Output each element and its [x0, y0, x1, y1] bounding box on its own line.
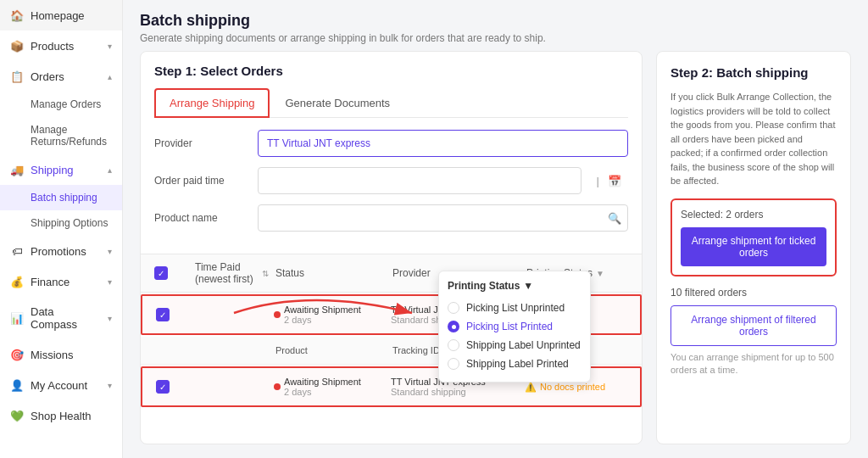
status-text: Awaiting Shipment [284, 304, 361, 315]
status-days-2: 2 days [284, 387, 361, 397]
filtered-note: You can arrange shipment for up to 500 o… [670, 351, 837, 377]
radio-checked [448, 321, 459, 332]
sidebar-item-label: Homepage [31, 9, 85, 22]
sidebar-sub-label: Manage Orders [31, 98, 101, 110]
step1-header: Step 1: Select Orders [141, 52, 642, 88]
select-all-checkbox[interactable]: ✓ [154, 266, 168, 280]
step2-panel: Step 2: Batch shipping If you click Bulk… [656, 51, 851, 444]
warning-icon: ⚠️ [525, 382, 537, 393]
sidebar-item-orders[interactable]: 📋 Orders ▴ [0, 61, 122, 92]
product-name-label: Product name [154, 212, 248, 224]
sidebar-item-label: Missions [31, 349, 74, 361]
printing-status-dropdown: Printing Status ▼ Picking List Unprinted… [438, 271, 591, 383]
tab-arrange-shipping[interactable]: Arrange Shipping [154, 88, 270, 118]
sidebar-item-manage-returns[interactable]: Manage Returns/Refunds [0, 117, 122, 154]
heart-icon: 💚 [10, 409, 24, 422]
tab-label: Arrange Shipping [170, 97, 254, 109]
main-content: Batch shipping Generate shipping documen… [123, 0, 868, 458]
date-start-input[interactable] [258, 167, 581, 194]
dropdown-option-picking-printed[interactable]: Picking List Printed [448, 317, 581, 336]
option-label-3: Shipping Label Printed [466, 358, 569, 370]
status-dot-red [274, 311, 281, 318]
option-label-2: Shipping Label Unprinted [466, 339, 581, 351]
order-time-label: Order paid time [154, 175, 248, 187]
sidebar-item-manage-orders[interactable]: Manage Orders [0, 92, 122, 117]
dropdown-title-text: Printing Status [448, 280, 520, 292]
sidebar-item-label: Shipping [31, 164, 74, 176]
sidebar-item-shipping-options[interactable]: Shipping Options [0, 210, 122, 236]
sidebar-item-label: Shop Health [31, 410, 92, 422]
sidebar-item-label: Products [31, 40, 74, 53]
sidebar-item-products[interactable]: 📦 Products ▾ [0, 31, 122, 61]
option-label-selected: Picking List Printed [466, 321, 553, 332]
row2-checkbox[interactable]: ✓ [156, 380, 170, 394]
page-header: Batch shipping Generate shipping documen… [123, 0, 868, 51]
filter-icon[interactable]: ▼ [596, 269, 604, 278]
content-area: Step 1: Select Orders Arrange Shipping G… [123, 51, 868, 458]
filtered-section: 10 filtered orders Arrange shipment of f… [670, 287, 837, 377]
chevron-up-icon: ▴ [108, 72, 112, 81]
row1-status: Awaiting Shipment 2 days [274, 304, 384, 325]
flag-icon: 🎯 [10, 348, 24, 361]
shipping-type-2: Standard shipping [391, 387, 518, 397]
home-icon: 🏠 [10, 8, 24, 22]
chevron-down-icon: ▾ [108, 42, 112, 51]
tag-icon: 🏷 [10, 244, 24, 258]
provider-input[interactable] [258, 130, 628, 157]
sidebar: 🏠 Homepage 📦 Products ▾ 📋 Orders ▴ Manag… [0, 0, 123, 458]
row1-checkbox[interactable]: ✓ [156, 308, 170, 321]
radio-unchecked-3 [448, 358, 459, 370]
page-title: Batch shipping [140, 12, 851, 30]
tab-generate-documents[interactable]: Generate Documents [270, 88, 405, 118]
dropdown-option-label-unprinted[interactable]: Shipping Label Unprinted [448, 336, 581, 355]
filter-dropdown-icon: ▼ [523, 280, 533, 292]
dropdown-option-picking-unprinted[interactable]: Picking List Unprinted [448, 299, 581, 317]
sidebar-item-promotions[interactable]: 🏷 Promotions ▾ [0, 236, 122, 266]
status-col-header: Status [275, 267, 386, 279]
product-info: Product [275, 345, 386, 355]
radio-unchecked-2 [448, 339, 459, 351]
arrange-ticked-button[interactable]: Arrange shipment for ticked orders [681, 227, 826, 266]
page-subtitle: Generate shipping documents or arrange s… [140, 32, 851, 44]
user-icon: 👤 [10, 378, 24, 392]
dropdown-option-label-printed[interactable]: Shipping Label Printed [448, 355, 581, 373]
sidebar-item-label: Orders [31, 70, 64, 83]
sidebar-sub-label: Batch shipping [31, 192, 97, 204]
selected-orders-label: Selected: 2 orders [681, 209, 826, 221]
sidebar-sub-label: Shipping Options [31, 217, 108, 229]
row2-status: Awaiting Shipment 2 days [274, 377, 384, 397]
sidebar-item-data-compass[interactable]: 📊 Data Compass ▾ [0, 297, 122, 339]
radio-unchecked [448, 302, 459, 314]
product-name-input[interactable] [258, 204, 628, 232]
product-name-wrapper: 🔍 [258, 204, 628, 232]
status-text-2: Awaiting Shipment [284, 377, 361, 387]
sidebar-item-label: My Account [31, 379, 87, 392]
sidebar-item-missions[interactable]: 🎯 Missions [0, 339, 122, 370]
product-name-row: Product name 🔍 [154, 204, 628, 232]
row2-printing: ⚠️ No docs printed [525, 382, 626, 393]
col-header-label: Provider [392, 267, 431, 279]
sort-icon[interactable]: ⇅ [262, 269, 269, 278]
sidebar-item-label: Promotions [31, 245, 86, 258]
calendar-icon[interactable]: 📅 [608, 175, 621, 187]
sidebar-item-finance[interactable]: 💰 Finance ▾ [0, 266, 122, 297]
selected-orders-box: Selected: 2 orders Arrange shipment for … [670, 198, 837, 276]
box-icon: 📦 [10, 39, 24, 53]
table-container: ✓ Time Paid (newest first) ⇅ Status Prov… [141, 254, 642, 444]
step1-panel: Step 1: Select Orders Arrange Shipping G… [140, 51, 643, 444]
sidebar-item-my-account[interactable]: 👤 My Account ▾ [0, 370, 122, 400]
date-separator: | [597, 175, 599, 187]
sidebar-item-shop-health[interactable]: 💚 Shop Health [0, 400, 122, 431]
sidebar-item-homepage[interactable]: 🏠 Homepage [0, 0, 122, 31]
sidebar-item-batch-shipping[interactable]: Batch shipping [0, 185, 122, 210]
dollar-icon: 💰 [10, 275, 24, 288]
step2-description: If you click Bulk Arrange Collection, th… [670, 90, 837, 188]
sidebar-item-label: Finance [31, 276, 70, 288]
arrange-filtered-button[interactable]: Arrange shipment of filtered orders [670, 305, 837, 346]
sidebar-item-label: Data Compass [31, 305, 101, 331]
status-dot-red-2 [274, 383, 281, 390]
status-days: 2 days [284, 315, 361, 325]
no-docs-text: No docs printed [540, 382, 605, 392]
sidebar-item-shipping[interactable]: 🚚 Shipping ▴ [0, 154, 122, 185]
chevron-up-icon: ▴ [108, 165, 112, 175]
